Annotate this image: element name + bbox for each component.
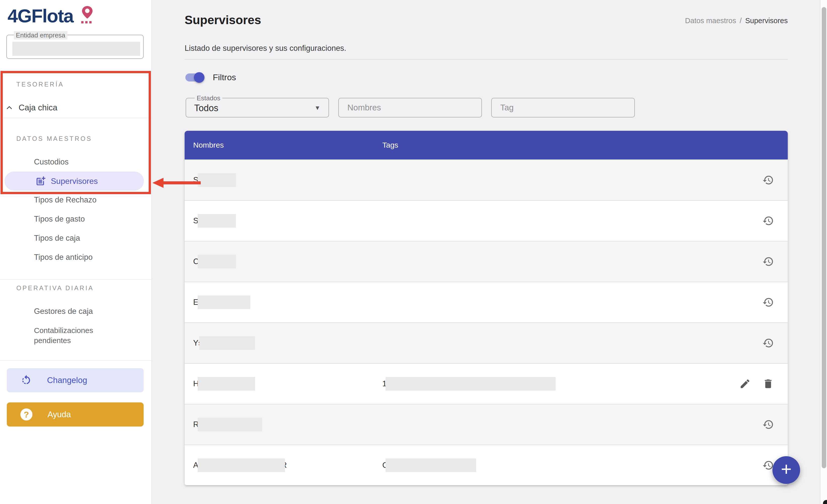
sidebar-item-caja-chica[interactable]: Caja chica — [5, 103, 57, 112]
document-add-icon — [35, 175, 46, 187]
table-row[interactable]: S — [185, 159, 788, 200]
question-glyph: ? — [24, 410, 29, 419]
table-row[interactable]: E — [185, 282, 788, 322]
redacted-tag — [386, 458, 476, 472]
redacted-entity-value — [12, 42, 140, 56]
history-arrow-icon — [20, 374, 32, 386]
nombres-input[interactable] — [338, 98, 482, 117]
changelog-label: Changelog — [47, 375, 87, 385]
help-button[interactable]: ? Ayuda — [7, 402, 144, 426]
table-header: Nombres Tags — [185, 131, 788, 159]
section-title-datos-maestros: DATOS MAESTROS — [16, 135, 92, 142]
breadcrumb-current: Supervisores — [745, 16, 788, 24]
sidebar-divider — [0, 279, 152, 280]
breadcrumb: Datos maestros/Supervisores — [685, 16, 788, 25]
annotation-arrow-tail — [162, 181, 201, 184]
history-icon[interactable] — [762, 337, 774, 349]
page-title: Supervisores — [185, 13, 261, 27]
sidebar-item-gestores-de-caja[interactable]: Gestores de caja — [34, 307, 93, 316]
sidebar-item-tipos-de-anticipo[interactable]: Tipos de anticipo — [34, 253, 93, 262]
history-icon[interactable] — [762, 256, 774, 267]
section-title-tesoreria: TESORERÍA — [16, 81, 64, 88]
scrollbar-track[interactable] — [820, 0, 827, 504]
estados-value: Todos — [194, 103, 218, 113]
history-icon[interactable] — [762, 215, 774, 226]
table-row[interactable]: R — [185, 404, 788, 445]
supervisores-table: Nombres Tags S S C E — [185, 131, 788, 485]
location-pin-icon — [76, 5, 93, 25]
changelog-button[interactable]: Changelog — [7, 368, 144, 392]
sidebar-item-tipos-de-rechazo[interactable]: Tipos de Rechazo — [34, 195, 97, 204]
redacted-name — [198, 173, 236, 187]
history-icon[interactable] — [762, 419, 774, 430]
sidebar-item-contabilizaciones-pendientes[interactable]: Contabilizaciones pendientes — [34, 325, 119, 346]
redacted-name — [198, 418, 262, 431]
app-root: 4GFlota Entidad empresa TESORERÍA Caja c… — [0, 0, 827, 504]
redacted-name — [198, 214, 236, 228]
sidebar-item-tipos-de-gasto[interactable]: Tipos de gasto — [34, 214, 85, 223]
breadcrumb-parent[interactable]: Datos maestros — [685, 16, 736, 24]
help-label: Ayuda — [48, 410, 71, 419]
entity-company-field[interactable]: Entidad empresa — [6, 35, 144, 59]
supervisores-label: Supervisores — [51, 177, 98, 186]
plus-icon: + — [781, 460, 791, 478]
caja-chica-label: Caja chica — [18, 103, 57, 112]
page-subtitle: Listado de supervisores y sus configurac… — [185, 44, 346, 53]
sidebar-divider — [0, 360, 152, 361]
redacted-name — [198, 377, 255, 391]
redacted-name — [198, 458, 285, 472]
table-row[interactable]: A R C — [185, 445, 788, 485]
redacted-name — [198, 255, 236, 268]
column-header-tags: Tags — [382, 141, 398, 149]
redacted-name — [198, 296, 250, 309]
redacted-name — [199, 336, 255, 350]
estados-select[interactable]: Estados Todos ▼ — [186, 98, 329, 117]
section-title-operativa-diaria: OPERATIVA DIARIA — [16, 285, 94, 292]
history-icon[interactable] — [762, 174, 774, 186]
table-row[interactable]: H 1 — [185, 363, 788, 404]
table-row[interactable]: Ys — [185, 322, 788, 363]
edit-pencil-icon[interactable] — [739, 378, 751, 390]
app-logo: 4GFlota — [7, 5, 93, 27]
sidebar-divider — [0, 118, 152, 118]
filters-toggle-thumb[interactable] — [194, 72, 204, 83]
question-circle-icon: ? — [20, 408, 33, 420]
redacted-tag — [386, 377, 555, 391]
estados-label: Estados — [195, 94, 222, 102]
caret-down-icon: ▼ — [314, 104, 321, 111]
add-supervisor-fab[interactable]: + — [772, 456, 800, 484]
header-divider — [185, 59, 788, 60]
delete-trash-icon[interactable] — [762, 378, 774, 390]
sidebar-item-custodios[interactable]: Custodios — [34, 157, 69, 166]
sidebar-item-tipos-de-caja[interactable]: Tipos de caja — [34, 234, 80, 243]
scrollbar-thumb[interactable] — [822, 7, 826, 468]
sidebar-item-supervisores[interactable]: Supervisores — [4, 171, 144, 191]
breadcrumb-separator: / — [740, 16, 742, 24]
filters-toggle-label: Filtros — [213, 72, 236, 82]
history-icon[interactable] — [762, 297, 774, 308]
column-header-nombres: Nombres — [193, 141, 224, 149]
filters-toggle[interactable] — [185, 73, 204, 82]
entity-company-label: Entidad empresa — [14, 31, 67, 40]
table-row[interactable]: C — [185, 241, 788, 282]
logo-text: 4GFlota — [7, 5, 73, 27]
tag-input[interactable] — [491, 98, 635, 117]
chevron-up-icon — [5, 103, 13, 112]
sidebar: 4GFlota Entidad empresa TESORERÍA Caja c… — [0, 0, 152, 504]
table-row[interactable]: S — [185, 200, 788, 241]
